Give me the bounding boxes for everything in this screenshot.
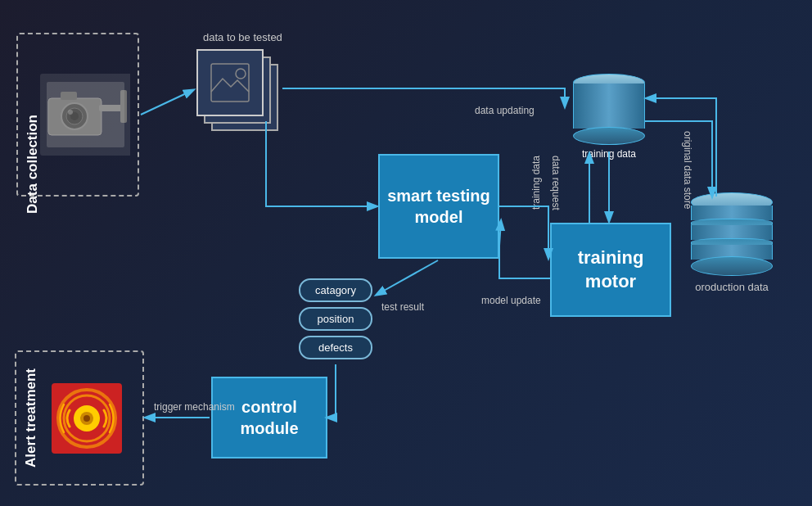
image-stack <box>196 49 286 139</box>
catagory-pill: catagory <box>299 278 372 302</box>
alarm-icon <box>50 382 124 455</box>
model-update-label: model update <box>481 295 541 306</box>
smart-testing-model-box: smart testing model <box>378 154 499 259</box>
smart-testing-label: smart testing model <box>380 185 498 228</box>
image-icon <box>210 62 250 103</box>
data-collection-label: Data collection <box>25 115 41 214</box>
position-pill: position <box>299 307 372 331</box>
test-result-label: test result <box>381 301 424 313</box>
production-data-label: oroduction data <box>691 281 773 293</box>
alert-treatment-box: Alert treatment <box>15 350 144 486</box>
training-data-flow-label: training data <box>530 156 542 210</box>
trigger-mechanism-label: trigger mechanism <box>154 401 235 413</box>
svg-point-17 <box>83 415 90 422</box>
training-data-cylinder: training data <box>573 74 645 160</box>
training-data-label: training data <box>573 148 645 160</box>
control-module-box: control module <box>211 377 327 459</box>
camera-image <box>40 74 130 156</box>
training-motor-box: training motor <box>550 223 671 317</box>
data-updating-label: data updating <box>475 105 535 116</box>
training-motor-label: training motor <box>552 246 670 293</box>
production-data-cylinder: oroduction data <box>691 192 773 293</box>
data-collection-box: Data collection <box>16 33 139 197</box>
data-request-label: data request <box>550 156 562 210</box>
defects-pill: defects <box>299 336 372 359</box>
original-data-store-label: original data store <box>682 131 693 209</box>
data-to-be-tested-label: data to be tested <box>203 31 282 43</box>
alert-treatment-label: Alert treatment <box>23 368 39 468</box>
svg-rect-9 <box>47 82 124 147</box>
svg-point-11 <box>236 69 246 79</box>
